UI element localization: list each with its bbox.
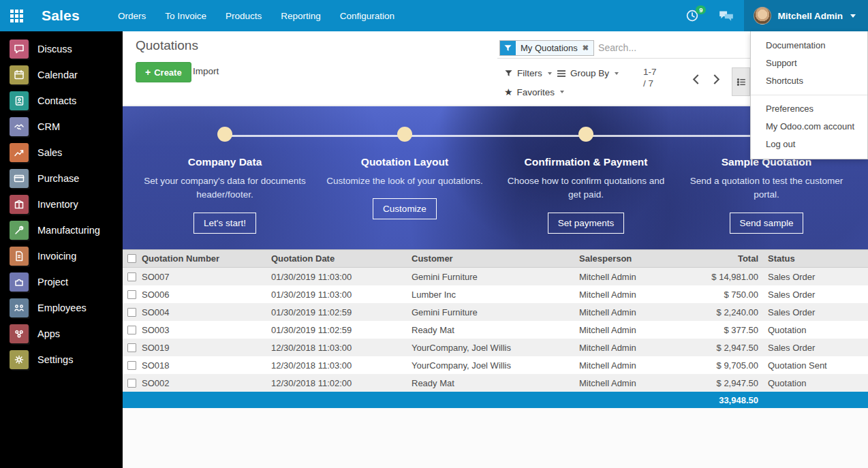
cell-quotation-number: SO004 bbox=[142, 307, 271, 317]
pager-previous-button[interactable] bbox=[687, 70, 704, 88]
user-menu-item-support[interactable]: Support bbox=[751, 54, 867, 72]
column-header-salesperson[interactable]: Salesperson bbox=[579, 253, 681, 264]
table-body: SO00701/30/2019 11:03:00Gemini Furniture… bbox=[123, 268, 868, 392]
table-row-so006[interactable]: SO00601/30/2019 11:03:00Lumber IncMitche… bbox=[123, 285, 868, 303]
select-all-checkbox[interactable] bbox=[127, 254, 136, 263]
column-header-quotation-date[interactable]: Quotation Date bbox=[271, 253, 412, 264]
cell-quotation-number: SO006 bbox=[142, 290, 271, 300]
step-title: Company Data bbox=[188, 156, 262, 168]
cell-total: $ 750.00 bbox=[681, 290, 758, 300]
nav-menu-products[interactable]: Products bbox=[216, 0, 271, 31]
sidebar-item-discuss[interactable]: Discuss bbox=[0, 36, 123, 62]
pager-next-button[interactable] bbox=[707, 70, 725, 88]
cell-salesperson: Mitchell Admin bbox=[579, 307, 681, 317]
step-description: Customize the look of your quotations. bbox=[326, 174, 483, 188]
row-checkbox[interactable] bbox=[127, 308, 136, 317]
user-menu-item-shortcuts[interactable]: Shortcuts bbox=[751, 72, 867, 90]
user-menu-button[interactable]: Mitchell Admin bbox=[744, 0, 868, 31]
sidebar-item-employees[interactable]: Employees bbox=[0, 295, 123, 321]
cell-status: Sales Order bbox=[758, 272, 868, 282]
cell-customer: Gemini Furniture bbox=[412, 272, 579, 282]
row-checkbox[interactable] bbox=[127, 343, 136, 352]
sidebar-item-settings[interactable]: Settings bbox=[0, 347, 123, 373]
row-checkbox[interactable] bbox=[127, 272, 136, 281]
sidebar-item-sales[interactable]: Sales bbox=[0, 140, 123, 166]
sidebar-item-calendar[interactable]: Calendar bbox=[0, 62, 123, 88]
table-row-so004[interactable]: SO00401/30/2019 11:02:59Gemini Furniture… bbox=[123, 303, 868, 321]
create-button[interactable]: + Create bbox=[136, 62, 191, 82]
cell-quotation-number: SO019 bbox=[142, 343, 271, 353]
step-button-let-s-start[interactable]: Let's start! bbox=[193, 213, 256, 234]
cell-salesperson: Mitchell Admin bbox=[579, 378, 681, 388]
favorites-dropdown[interactable]: ★ Favorites bbox=[504, 87, 564, 97]
manufacturing-icon bbox=[10, 221, 29, 240]
cell-total: $ 2,947.50 bbox=[681, 378, 758, 388]
nav-menu-to-invoice[interactable]: To Invoice bbox=[155, 0, 216, 31]
sidebar-item-inventory[interactable]: Inventory bbox=[0, 191, 123, 217]
table-footer-row: 33,948.50 bbox=[123, 392, 868, 408]
navbar-menus: OrdersTo InvoiceProductsReportingConfigu… bbox=[108, 0, 404, 31]
footer-total-value: 33,948.50 bbox=[681, 395, 758, 405]
row-checkbox[interactable] bbox=[127, 326, 136, 334]
user-menu-item-log-out[interactable]: Log out bbox=[751, 136, 867, 153]
table-row-so018[interactable]: SO01812/30/2018 11:03:00YourCompany, Joe… bbox=[123, 356, 868, 374]
user-menu-item-documentation[interactable]: Documentation bbox=[751, 37, 867, 54]
search-facet[interactable]: My Quotations ✖ bbox=[499, 40, 594, 56]
cell-quotation-number: SO003 bbox=[142, 325, 271, 335]
step-button-send-sample[interactable]: Send sample bbox=[730, 213, 804, 234]
user-menu-item-preferences[interactable]: Preferences bbox=[751, 100, 867, 118]
sidebar-item-manufacturing[interactable]: Manufacturing bbox=[0, 217, 123, 243]
cell-salesperson: Mitchell Admin bbox=[579, 272, 681, 282]
table-row-so019[interactable]: SO01912/30/2018 11:03:00YourCompany, Joe… bbox=[123, 339, 868, 356]
group-by-dropdown[interactable]: Group By bbox=[557, 68, 619, 78]
activity-icon[interactable]: 9 bbox=[676, 0, 709, 31]
table-row-so007[interactable]: SO00701/30/2019 11:03:00Gemini Furniture… bbox=[123, 268, 868, 285]
table-row-so002[interactable]: SO00212/30/2018 11:02:00Ready MatMitchel… bbox=[123, 374, 868, 392]
user-name: Mitchell Admin bbox=[777, 11, 843, 21]
chevron-down-icon bbox=[850, 14, 856, 18]
facet-remove-icon[interactable]: ✖ bbox=[583, 44, 589, 52]
sidebar-item-apps[interactable]: Apps bbox=[0, 321, 123, 347]
user-avatar bbox=[754, 7, 771, 25]
cell-quotation-number: SO002 bbox=[142, 378, 271, 388]
cell-quotation-date: 01/30/2019 11:03:00 bbox=[271, 272, 412, 282]
sidebar-item-contacts[interactable]: Contacts bbox=[0, 88, 123, 114]
step-button-customize[interactable]: Customize bbox=[373, 198, 437, 219]
row-checkbox[interactable] bbox=[127, 361, 136, 370]
pager[interactable]: 1-7 / 7 bbox=[643, 66, 657, 89]
messages-icon[interactable] bbox=[709, 0, 744, 31]
app-brand[interactable]: Sales bbox=[42, 7, 80, 24]
step-button-set-payments[interactable]: Set payments bbox=[548, 213, 625, 234]
employees-icon bbox=[10, 298, 29, 317]
nav-menu-configuration[interactable]: Configuration bbox=[330, 0, 404, 31]
sidebar-item-invoicing[interactable]: Invoicing bbox=[0, 243, 123, 269]
column-header-quotation-number[interactable]: Quotation Number bbox=[142, 253, 271, 264]
cell-customer: Gemini Furniture bbox=[412, 307, 579, 317]
sidebar-item-label: Inventory bbox=[37, 199, 78, 210]
invoicing-icon bbox=[10, 247, 29, 266]
cell-salesperson: Mitchell Admin bbox=[579, 325, 681, 335]
import-button[interactable]: Import bbox=[193, 66, 219, 76]
step-description: Send a quotation to test the customer po… bbox=[685, 174, 848, 202]
table-row-so003[interactable]: SO00301/30/2019 11:02:59Ready MatMitchel… bbox=[123, 321, 868, 339]
cell-quotation-date: 01/30/2019 11:02:59 bbox=[271, 325, 412, 335]
column-header-status[interactable]: Status bbox=[758, 253, 868, 264]
onboarding-step-company-data: Company DataSet your company's data for … bbox=[140, 127, 310, 234]
row-checkbox[interactable] bbox=[127, 379, 136, 388]
user-menu-item-my-odoo-com-account[interactable]: My Odoo.com account bbox=[751, 118, 867, 136]
sidebar-item-crm[interactable]: CRM bbox=[0, 114, 123, 140]
nav-menu-reporting[interactable]: Reporting bbox=[271, 0, 330, 31]
nav-menu-orders[interactable]: Orders bbox=[108, 0, 155, 31]
cell-status: Quotation Sent bbox=[758, 360, 868, 371]
row-checkbox[interactable] bbox=[127, 290, 136, 299]
filters-dropdown[interactable]: Filters bbox=[504, 68, 552, 78]
sidebar-item-purchase[interactable]: Purchase bbox=[0, 166, 123, 191]
cell-quotation-date: 12/30/2018 11:03:00 bbox=[271, 343, 412, 353]
apps-grid-icon[interactable] bbox=[10, 10, 23, 22]
sidebar-item-project[interactable]: Project bbox=[0, 269, 123, 295]
list-view-switcher-button[interactable] bbox=[732, 67, 750, 96]
cell-total: $ 2,240.00 bbox=[681, 307, 758, 317]
column-header-total[interactable]: Total bbox=[681, 253, 758, 264]
breadcrumb[interactable]: Quotations bbox=[136, 38, 198, 53]
column-header-customer[interactable]: Customer bbox=[412, 253, 579, 264]
